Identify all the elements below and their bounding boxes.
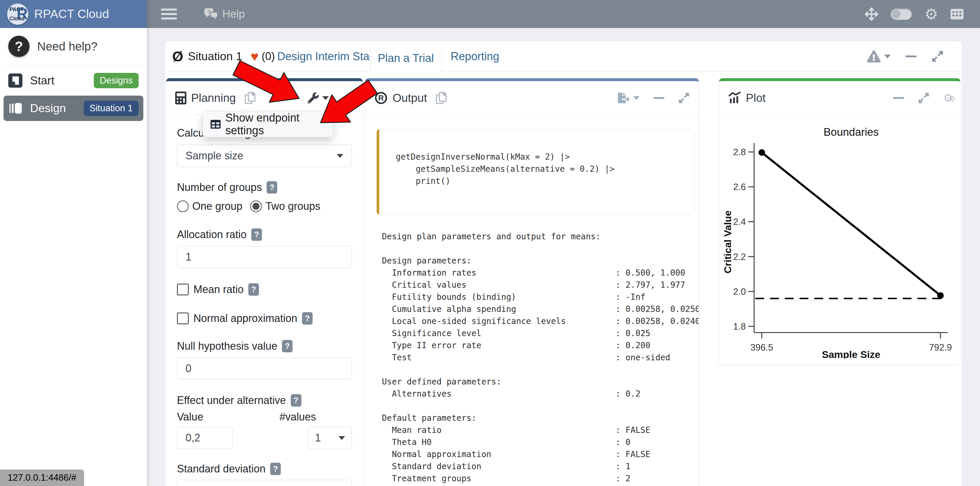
calculation-target-select[interactable]: Sample size	[177, 145, 352, 167]
collapse-panel-button[interactable]	[342, 97, 353, 99]
svg-text:2.2: 2.2	[733, 252, 746, 262]
chart-icon	[728, 91, 741, 104]
panel-title: Planning	[191, 91, 236, 104]
two-groups-radio[interactable]	[250, 200, 262, 212]
fullscreen-icon[interactable]	[865, 7, 878, 21]
panel-title: Plot	[746, 91, 765, 104]
copy-icon[interactable]	[436, 92, 447, 104]
wrench-icon	[308, 92, 319, 104]
favorites-count: (0)	[262, 50, 275, 62]
r-code: getDesignInverseNormal(kMax = 2) |> getS…	[396, 151, 688, 187]
mean-ratio-label: Mean ratio	[194, 283, 243, 296]
planning-panel: Planning Calculation target Sample size …	[166, 78, 363, 486]
copy-icon[interactable]	[245, 92, 255, 104]
svg-text:2.6: 2.6	[733, 182, 746, 192]
help-badge-icon[interactable]: ?	[291, 394, 301, 406]
designs-badge: Designs	[94, 73, 138, 88]
r-output-text: Design plan parameters and output for me…	[382, 231, 698, 484]
r-logo-icon: R	[374, 91, 388, 105]
help-badge-icon[interactable]: ?	[248, 283, 259, 296]
sidebar-item-label: Start	[30, 74, 54, 87]
rpact-logo: R PACT Cloud	[7, 3, 28, 25]
number-of-groups-label: Number of groups	[177, 181, 262, 194]
effect-under-alternative-label: Effect under alternative	[177, 394, 286, 406]
help-badge-icon[interactable]: ?	[270, 463, 281, 475]
null-hypothesis-label: Null hypothesis value	[177, 340, 277, 352]
need-help-item[interactable]: ? Need help?	[8, 36, 147, 57]
normal-approximation-label: Normal approximation	[194, 312, 297, 325]
warning-icon	[867, 50, 881, 62]
value-label: Value	[177, 411, 203, 423]
output-panel: R Output getDesignInverseNormal(kMax = 2…	[365, 78, 699, 486]
tools-dropdown-menu: Show endpoint settings	[203, 111, 333, 137]
plot-panel: Plot ⚙⚙ Boundaries1.82.02.22.42.62.8396.…	[719, 78, 961, 365]
svg-text:R: R	[379, 94, 384, 102]
mean-ratio-checkbox[interactable]	[177, 284, 189, 295]
help-badge-icon[interactable]: ?	[251, 228, 262, 241]
settings-gear-icon[interactable]: ⚙	[924, 6, 938, 22]
app-title: RPACT Cloud	[34, 7, 109, 21]
collapse-panel-button[interactable]	[893, 97, 904, 99]
two-groups-label: Two groups	[266, 200, 320, 212]
sidebar: R PACT Cloud RPACT Cloud ? Need help? St…	[0, 0, 147, 486]
tab-plan-a-trial[interactable]: Plan a Trial	[370, 44, 441, 73]
table-icon	[210, 119, 221, 129]
expand-panel-button[interactable]	[918, 92, 929, 104]
situation-badge: Situation 1	[84, 100, 139, 116]
apps-grid-icon[interactable]	[950, 9, 964, 19]
standard-deviation-input[interactable]	[177, 480, 352, 486]
topbar: ? Help ⚙	[147, 0, 980, 28]
expand-panel-button[interactable]	[678, 92, 690, 104]
help-badge-icon[interactable]: ?	[302, 312, 313, 325]
sidebar-divider	[3, 65, 144, 65]
design-icon	[8, 101, 22, 115]
sidebar-item-label: Design	[30, 102, 66, 115]
help-badge-icon[interactable]: ?	[267, 181, 277, 194]
plot-settings-gears-icon[interactable]: ⚙⚙	[943, 92, 951, 103]
r-code-block: getDesignInverseNormal(kMax = 2) |> getS…	[377, 129, 695, 215]
help-chat-icon: ?	[204, 8, 218, 20]
help-label: Help	[223, 8, 245, 20]
svg-text:2.8: 2.8	[733, 147, 746, 157]
theme-toggle[interactable]	[891, 8, 912, 20]
allocation-ratio-label: Allocation ratio	[177, 228, 247, 241]
empty-set-icon: Ø	[172, 48, 183, 65]
heart-icon[interactable]: ♥	[251, 48, 259, 64]
svg-text:Critical Value: Critical Value	[722, 210, 733, 274]
num-values-select[interactable]: 1	[308, 427, 352, 449]
num-values-label: #values	[279, 411, 316, 423]
effect-value-input[interactable]	[177, 427, 233, 449]
expand-card-button[interactable]	[931, 50, 944, 62]
sidebar-item-start[interactable]: Start Designs	[3, 68, 143, 93]
tab-reporting[interactable]: Reporting	[451, 41, 499, 72]
situation-header: Ø Situation 1 ♥ (0)	[172, 41, 275, 72]
tab-bar: Ø Situation 1 ♥ (0) Design Interim Stage…	[165, 41, 962, 72]
situation-title: Situation 1	[188, 50, 242, 63]
calculator-icon	[175, 91, 186, 104]
collapse-panel-button[interactable]	[653, 97, 665, 99]
boundaries-chart: Boundaries1.82.02.22.42.62.8396.5792.9Cr…	[719, 115, 960, 359]
null-hypothesis-input[interactable]	[177, 358, 352, 379]
start-icon	[8, 73, 22, 88]
svg-text:?: ?	[207, 9, 210, 15]
normal-approximation-checkbox[interactable]	[177, 312, 189, 324]
toggle-knob	[892, 10, 900, 19]
svg-text:Boundaries: Boundaries	[823, 126, 878, 138]
svg-text:2.4: 2.4	[733, 217, 746, 227]
export-dropdown-button[interactable]	[618, 92, 640, 104]
svg-text:396.5: 396.5	[750, 342, 773, 353]
svg-text:2.0: 2.0	[733, 287, 746, 297]
svg-text:Sample Size: Sample Size	[822, 349, 880, 359]
sidebar-toggle-button[interactable]	[161, 8, 177, 19]
allocation-ratio-input[interactable]	[177, 246, 352, 268]
one-group-radio[interactable]	[177, 200, 189, 212]
file-export-icon	[618, 92, 630, 104]
tools-dropdown-button[interactable]	[308, 92, 329, 104]
menu-item-show-endpoint-settings[interactable]: Show endpoint settings	[225, 112, 332, 137]
warnings-dropdown[interactable]	[867, 50, 891, 62]
sidebar-item-design[interactable]: Design Situation 1	[3, 96, 143, 121]
help-button[interactable]: ? Help	[204, 8, 245, 20]
collapse-card-button[interactable]	[905, 56, 916, 57]
status-url: 127.0.0.1:4486/#	[0, 470, 84, 486]
help-badge-icon[interactable]: ?	[282, 340, 293, 352]
